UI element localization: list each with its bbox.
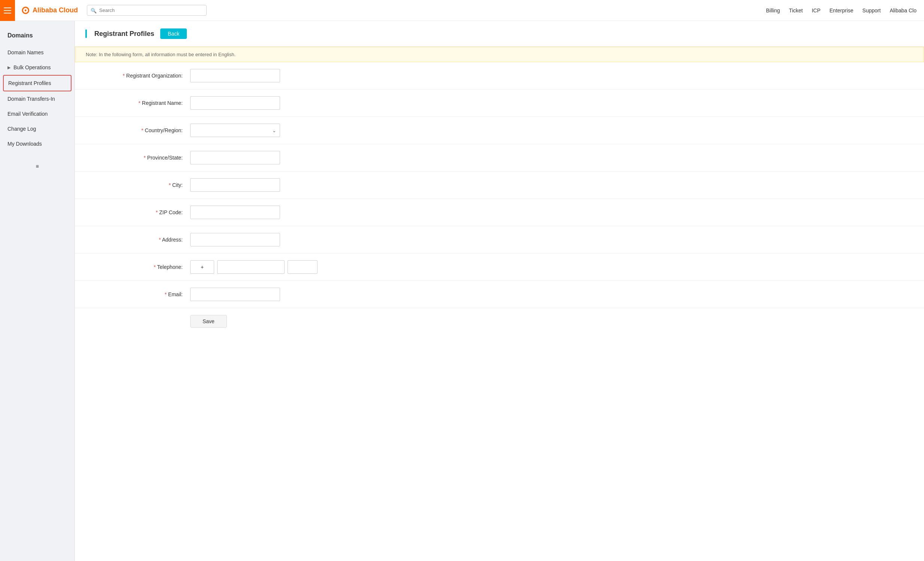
header-divider [86, 30, 87, 38]
label-name-text: Registrant Name: [142, 100, 183, 106]
logo-icon: ⊙ [21, 5, 30, 16]
form-row-name: * Registrant Name: [75, 90, 924, 117]
sidebar-label-change-log: Change Log [8, 126, 36, 132]
input-phone-number[interactable] [217, 260, 285, 274]
label-city-text: City: [172, 182, 183, 188]
form-row-address: * Address: [75, 226, 924, 254]
form-row-province: * Province/State: [75, 144, 924, 171]
label-name: * Registrant Name: [86, 100, 190, 106]
required-indicator-province: * [144, 154, 146, 160]
required-indicator-country: * [141, 128, 143, 134]
logo: ⊙ Alibaba Cloud [21, 5, 78, 16]
search-icon: 🔍 [91, 8, 97, 13]
phone-prefix-display: + [190, 260, 214, 274]
top-navigation: ⊙ Alibaba Cloud 🔍 Billing Ticket ICP Ent… [0, 0, 924, 21]
phone-group: + [190, 260, 318, 274]
sidebar: Domains Domain Names ▶ Bulk Operations R… [0, 21, 75, 561]
label-address: * Address: [86, 237, 190, 243]
sidebar-label-email-verification: Email Verification [8, 111, 48, 117]
hamburger-menu[interactable] [0, 0, 15, 21]
nav-billing[interactable]: Billing [766, 8, 780, 14]
label-city: * City: [86, 182, 190, 188]
label-org: * Registrant Organization: [86, 73, 190, 79]
main-layout: Domains Domain Names ▶ Bulk Operations R… [0, 21, 924, 561]
input-zip[interactable] [190, 206, 280, 219]
label-telephone-text: Telephone: [157, 264, 183, 270]
required-indicator-org: * [123, 73, 124, 79]
label-email-text: Email: [168, 291, 183, 297]
label-zip: * ZIP Code: [86, 209, 190, 215]
input-name[interactable] [190, 96, 280, 110]
input-city[interactable] [190, 178, 280, 192]
required-indicator-address: * [159, 237, 160, 243]
form-row-org: * Registrant Organization: [75, 62, 924, 90]
save-offset: Save [190, 315, 227, 328]
search-bar[interactable]: 🔍 [87, 5, 207, 16]
label-province-text: Province/State: [147, 154, 183, 160]
label-telephone: * Telephone: [86, 264, 190, 270]
sidebar-item-domain-names[interactable]: Domain Names [0, 45, 75, 60]
form-row-email: * Email: [75, 281, 924, 308]
label-country-text: Country/Region: [145, 128, 183, 134]
required-indicator-city: * [169, 182, 171, 188]
form-row-telephone: * Telephone: + [75, 254, 924, 281]
search-input[interactable] [87, 5, 207, 16]
sidebar-item-my-downloads[interactable]: My Downloads [0, 136, 75, 151]
form-row-zip: * ZIP Code: [75, 199, 924, 226]
label-zip-text: ZIP Code: [159, 209, 183, 215]
nav-icp[interactable]: ICP [812, 8, 820, 14]
sidebar-collapse-button[interactable]: ≡ [0, 159, 75, 174]
select-country[interactable] [190, 124, 280, 137]
label-country: * Country/Region: [86, 128, 190, 134]
sidebar-label-registrant-profiles: Registrant Profiles [8, 80, 51, 86]
input-email[interactable] [190, 288, 280, 301]
sidebar-item-domain-transfers-in[interactable]: Domain Transfers-In [0, 92, 75, 106]
registrant-form: * Registrant Organization: * Registrant … [75, 62, 924, 334]
form-row-country: * Country/Region: ⌄ [75, 117, 924, 144]
nav-enterprise[interactable]: Enterprise [830, 8, 854, 14]
sidebar-label-my-downloads: My Downloads [8, 141, 42, 147]
input-address[interactable] [190, 233, 280, 246]
label-address-text: Address: [162, 237, 183, 243]
collapse-icon: ≡ [36, 163, 39, 169]
nav-links: Billing Ticket ICP Enterprise Support Al… [766, 8, 916, 14]
notice-bar: Note: In the following form, all informa… [75, 47, 924, 62]
sidebar-item-change-log[interactable]: Change Log [0, 122, 75, 136]
bulk-operations-arrow: ▶ [8, 65, 10, 70]
sidebar-label-domain-transfers-in: Domain Transfers-In [8, 96, 55, 102]
label-org-text: Registrant Organization: [126, 73, 183, 79]
back-button[interactable]: Back [160, 28, 187, 39]
page-header: Registrant Profiles Back [75, 21, 924, 47]
sidebar-label-domain-names: Domain Names [8, 50, 44, 56]
phone-plus-icon: + [201, 264, 204, 270]
label-email: * Email: [86, 291, 190, 297]
required-indicator-name: * [138, 100, 140, 106]
page-title: Registrant Profiles [94, 30, 154, 38]
sidebar-label-bulk-operations: Bulk Operations [14, 64, 51, 70]
save-button[interactable]: Save [190, 315, 227, 328]
nav-alibaba-cloud[interactable]: Alibaba Clo [890, 8, 916, 14]
logo-text: Alibaba Cloud [33, 6, 78, 14]
required-indicator-telephone: * [153, 264, 155, 270]
hamburger-icon [4, 8, 11, 14]
main-content: Registrant Profiles Back Note: In the fo… [75, 21, 924, 561]
notice-text: Note: In the following form, all informa… [86, 52, 236, 57]
nav-support[interactable]: Support [862, 8, 880, 14]
form-row-save: Save [75, 308, 924, 334]
sidebar-heading: Domains [0, 28, 75, 45]
nav-ticket[interactable]: Ticket [789, 8, 803, 14]
sidebar-item-email-verification[interactable]: Email Verification [0, 106, 75, 122]
input-province[interactable] [190, 151, 280, 164]
sidebar-item-registrant-profiles[interactable]: Registrant Profiles [3, 75, 72, 92]
required-indicator-email: * [165, 291, 166, 297]
sidebar-item-bulk-operations[interactable]: ▶ Bulk Operations [0, 60, 75, 75]
required-indicator-zip: * [156, 209, 158, 215]
input-phone-ext[interactable] [288, 260, 318, 274]
input-org[interactable] [190, 69, 280, 82]
country-select-wrapper: ⌄ [190, 124, 280, 137]
form-row-city: * City: [75, 171, 924, 199]
label-province: * Province/State: [86, 154, 190, 160]
